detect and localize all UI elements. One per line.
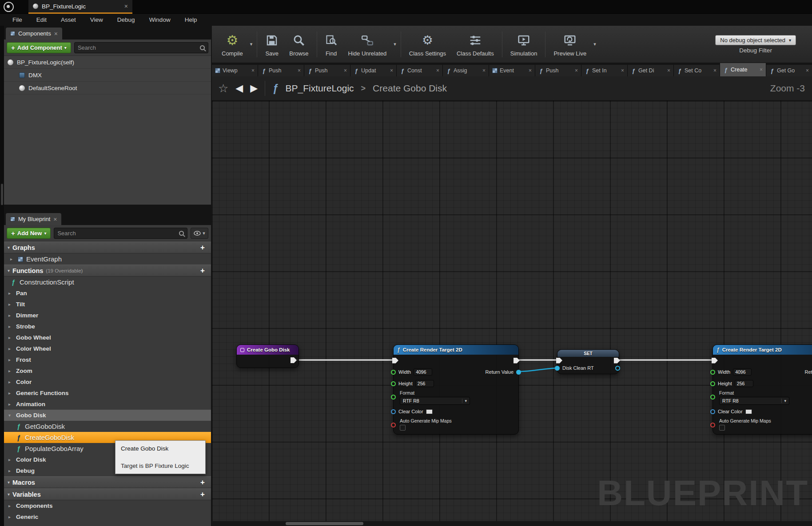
graph-tab-get-go[interactable]: ƒ Get Go × [766, 65, 812, 76]
expand-icon[interactable]: ▸ [8, 335, 13, 340]
expand-icon[interactable]: ▸ [8, 346, 13, 351]
height-pin[interactable] [391, 381, 396, 386]
menu-edit[interactable]: Edit [29, 14, 54, 26]
breadcrumb-current[interactable]: Create Gobo Disk [373, 83, 447, 94]
node-header[interactable]: ƒ Create Render Target 2D [394, 345, 518, 355]
node-create-render-target-2d-2[interactable]: ƒ Create Render Target 2D Width Return V… [712, 344, 812, 435]
menu-help[interactable]: Help [178, 14, 204, 26]
category-pan[interactable]: ▸ Pan [4, 288, 211, 299]
close-icon[interactable]: × [124, 3, 128, 9]
graph-tab-create-active[interactable]: ƒ Create × [720, 63, 766, 76]
back-arrow-icon[interactable]: ◀ [235, 83, 243, 94]
expand-icon[interactable]: ▸ [8, 291, 13, 296]
disk-clean-rt-in-pin[interactable] [555, 366, 560, 371]
width-pin[interactable] [391, 370, 396, 375]
section-variables[interactable]: ▾ Variables + [4, 488, 211, 500]
close-icon[interactable]: × [53, 216, 57, 222]
mips-checkbox[interactable] [400, 425, 406, 431]
compile-button[interactable]: ⚙ Compile [216, 28, 248, 61]
menu-window[interactable]: Window [142, 14, 178, 26]
graph-tab-set-co[interactable]: ƒ Set Co × [674, 65, 720, 76]
category-frost[interactable]: ▸ Frost [4, 354, 211, 365]
clear-color-pin[interactable] [710, 409, 715, 414]
expand-icon[interactable]: ▸ [8, 457, 13, 462]
tree-row-defaultsceneroot[interactable]: DefaultSceneRoot [4, 82, 211, 95]
exec-in-pin[interactable] [712, 358, 718, 364]
exec-out-pin[interactable] [513, 358, 520, 364]
expand-icon[interactable]: ▸ [8, 380, 13, 384]
close-icon[interactable]: × [251, 67, 255, 74]
graph-tab-assign[interactable]: ƒ Assig × [443, 65, 489, 76]
close-icon[interactable]: × [667, 67, 670, 74]
exec-in-pin[interactable] [392, 358, 398, 364]
category-components[interactable]: ▸ Components [4, 500, 211, 511]
category-gobo-disk[interactable]: ▾ Gobo Disk [4, 410, 211, 421]
graph-tab-event[interactable]: Event × [489, 65, 535, 76]
preview-live-button[interactable]: Preview Live [548, 28, 592, 61]
find-button[interactable]: Find [320, 28, 343, 61]
category-gobo-wheel[interactable]: ▸ Gobo Wheel [4, 332, 211, 343]
expand-icon[interactable]: ▸ [8, 357, 13, 362]
left-edge-scrollbar[interactable] [0, 26, 4, 526]
close-icon[interactable]: × [54, 31, 58, 37]
node-header[interactable]: ƒ Create Render Target 2D [713, 345, 812, 355]
close-icon[interactable]: × [575, 67, 578, 74]
my-blueprint-search-input[interactable] [57, 230, 179, 237]
tab-components[interactable]: Components × [6, 28, 62, 40]
node-header[interactable]: SET [557, 350, 619, 357]
height-input[interactable] [735, 380, 753, 387]
function-getgobodisk[interactable]: ƒ GetGoboDisk [4, 421, 211, 432]
save-button[interactable]: Save [260, 28, 284, 61]
category-dimmer[interactable]: ▸ Dimmer [4, 310, 211, 321]
add-component-button[interactable]: + Add Component ▾ [7, 42, 71, 53]
clear-color-swatch[interactable] [426, 409, 433, 414]
clear-color-pin[interactable] [391, 409, 396, 414]
hide-unrelated-options-dropdown[interactable]: ▾ [392, 41, 398, 47]
expand-icon[interactable]: ▸ [8, 503, 13, 508]
graph-horizontal-scrollbar-thumb[interactable] [286, 522, 363, 525]
category-color[interactable]: ▸ Color [4, 376, 211, 388]
expand-icon[interactable]: ▸ [8, 313, 13, 318]
graph-tab-const[interactable]: ƒ Const × [397, 65, 443, 76]
left-edge-scrollbar-thumb[interactable] [1, 184, 3, 205]
node-create-render-target-2d-1[interactable]: ƒ Create Render Target 2D Width Return V… [393, 344, 519, 435]
expand-icon[interactable]: ▸ [8, 302, 13, 307]
section-graphs[interactable]: ▾ Graphs + [4, 241, 211, 253]
section-functions[interactable]: ▾ Functions (19 Overridable) + [4, 265, 211, 277]
return-value-pin[interactable] [516, 370, 521, 375]
close-icon[interactable]: × [621, 67, 624, 74]
close-icon[interactable]: × [390, 67, 393, 74]
format-dropdown[interactable]: RTF R8 ▾ [719, 397, 789, 405]
graph-tab-set-in[interactable]: ƒ Set In × [581, 65, 628, 76]
close-icon[interactable]: × [482, 67, 486, 74]
graph-tab-push-1[interactable]: ƒ Push × [258, 65, 304, 76]
graph-tab-update[interactable]: ƒ Updat × [350, 65, 397, 76]
close-icon[interactable]: × [436, 67, 439, 74]
components-search-input[interactable] [78, 44, 200, 51]
expand-icon[interactable]: ▸ [10, 257, 15, 261]
asset-tab-bp-fixturelogic[interactable]: BP_FixtureLogic × [28, 0, 132, 14]
graph-horizontal-scrollbar[interactable] [212, 521, 812, 526]
class-defaults-button[interactable]: Class Defaults [451, 28, 499, 61]
disk-clean-rt-out-pin[interactable] [615, 366, 620, 371]
node-set-disk-clean-rt[interactable]: SET Disk Clean RT [557, 349, 619, 374]
category-zoom[interactable]: ▸ Zoom [4, 365, 211, 376]
auto-generate-mip-maps-pin[interactable] [391, 423, 396, 427]
menu-file[interactable]: File [5, 14, 29, 26]
format-dropdown[interactable]: RTF R8 ▾ [400, 397, 470, 405]
add-macro-button[interactable]: + [198, 478, 207, 487]
expand-icon[interactable]: ▸ [8, 324, 13, 329]
debug-object-select[interactable]: No debug object selected ▾ [715, 35, 796, 45]
add-function-button[interactable]: + [198, 266, 207, 275]
menu-debug[interactable]: Debug [110, 14, 142, 26]
tab-my-blueprint[interactable]: My Blueprint × [6, 213, 61, 225]
category-generic[interactable]: ▸ Generic [4, 511, 211, 522]
list-item-eventgraph[interactable]: ▸ EventGraph [4, 253, 211, 265]
simulation-button[interactable]: Simulation [505, 28, 543, 61]
expand-icon[interactable]: ▸ [8, 368, 13, 373]
close-icon[interactable]: × [529, 67, 532, 74]
exec-out-pin[interactable] [614, 358, 620, 364]
width-input[interactable] [733, 368, 752, 376]
close-icon[interactable]: × [298, 67, 301, 74]
height-pin[interactable] [710, 381, 715, 386]
